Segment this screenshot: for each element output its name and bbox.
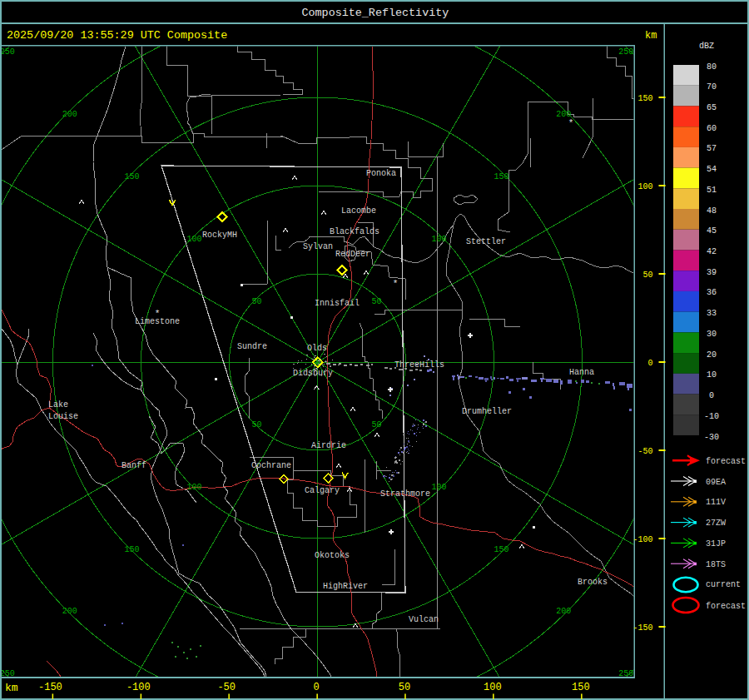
svg-text:70: 70 bbox=[707, 82, 717, 92]
svg-text:Banff: Banff bbox=[122, 461, 146, 470]
svg-text:150: 150 bbox=[572, 682, 590, 693]
svg-text:Louise: Louise bbox=[48, 412, 78, 421]
svg-text:forecast: forecast bbox=[706, 602, 746, 611]
svg-text:km: km bbox=[5, 682, 18, 694]
svg-text:0: 0 bbox=[313, 682, 319, 693]
svg-text:48: 48 bbox=[707, 206, 717, 216]
svg-text:80: 80 bbox=[707, 62, 717, 72]
svg-text:Vulcan: Vulcan bbox=[409, 615, 439, 624]
svg-text:30: 30 bbox=[707, 330, 717, 339]
svg-text:100: 100 bbox=[431, 235, 446, 244]
svg-text:50: 50 bbox=[251, 297, 261, 306]
svg-text:Calgary: Calgary bbox=[305, 486, 340, 495]
svg-text:10: 10 bbox=[707, 370, 717, 380]
svg-text:dBZ: dBZ bbox=[699, 42, 714, 51]
svg-text:200: 200 bbox=[62, 110, 77, 119]
svg-text:Sundre: Sundre bbox=[237, 342, 267, 351]
svg-text:Cochrane: Cochrane bbox=[251, 461, 291, 470]
svg-text:33: 33 bbox=[707, 309, 717, 318]
svg-text:-30: -30 bbox=[704, 433, 719, 442]
svg-text:57: 57 bbox=[707, 144, 717, 153]
svg-text:45: 45 bbox=[707, 226, 717, 236]
svg-text:0: 0 bbox=[709, 391, 714, 400]
svg-text:Drumheller: Drumheller bbox=[462, 407, 512, 416]
svg-text:RockyMH: RockyMH bbox=[202, 231, 237, 240]
svg-text:09EA: 09EA bbox=[706, 478, 726, 487]
svg-text:current: current bbox=[706, 580, 741, 589]
svg-text:150: 150 bbox=[637, 94, 652, 103]
svg-text:2025/09/20 13:55:29 UTC Compos: 2025/09/20 13:55:29 UTC Composite bbox=[7, 29, 227, 42]
svg-text:50: 50 bbox=[251, 420, 261, 429]
svg-text:-100: -100 bbox=[632, 535, 652, 544]
svg-text:*: * bbox=[393, 279, 399, 289]
svg-text:250: 250 bbox=[618, 47, 633, 57]
svg-text:Composite_Reflectivity: Composite_Reflectivity bbox=[302, 7, 449, 19]
svg-text:-50: -50 bbox=[637, 447, 652, 456]
svg-text:18TS: 18TS bbox=[706, 560, 726, 569]
svg-text:200: 200 bbox=[556, 607, 571, 616]
svg-text:Hanna: Hanna bbox=[569, 368, 594, 377]
svg-text:km: km bbox=[645, 30, 657, 42]
svg-text:Innisfail: Innisfail bbox=[315, 299, 360, 308]
svg-text:-150: -150 bbox=[632, 623, 652, 633]
svg-text:0: 0 bbox=[647, 359, 652, 368]
svg-text:100: 100 bbox=[484, 682, 502, 693]
svg-text:-50: -50 bbox=[217, 682, 236, 693]
svg-text:39: 39 bbox=[707, 268, 717, 277]
svg-text:54: 54 bbox=[707, 165, 717, 174]
svg-text:100: 100 bbox=[431, 483, 446, 492]
svg-text:51: 51 bbox=[707, 186, 717, 195]
svg-text:Ponoka: Ponoka bbox=[366, 169, 396, 178]
svg-text:150: 150 bbox=[125, 545, 140, 554]
svg-text:ThreeHills: ThreeHills bbox=[394, 360, 444, 370]
svg-text:50: 50 bbox=[399, 682, 410, 693]
svg-text:HighRiver: HighRiver bbox=[323, 582, 368, 591]
svg-text:Lake: Lake bbox=[48, 400, 68, 410]
svg-text:Brooks: Brooks bbox=[578, 578, 608, 587]
svg-text:111V: 111V bbox=[706, 498, 726, 507]
svg-text:36: 36 bbox=[707, 288, 717, 297]
svg-text:Airdrie: Airdrie bbox=[311, 441, 346, 450]
svg-text:42: 42 bbox=[707, 247, 717, 256]
svg-text:Didsbury: Didsbury bbox=[293, 369, 333, 378]
svg-text:100: 100 bbox=[187, 483, 202, 492]
svg-text:-150: -150 bbox=[38, 682, 62, 693]
svg-text:-100: -100 bbox=[126, 682, 151, 693]
svg-text:Blackfalds: Blackfalds bbox=[330, 227, 379, 236]
svg-text:Okotoks: Okotoks bbox=[315, 551, 350, 560]
svg-text:150: 150 bbox=[125, 172, 140, 181]
svg-text:150: 150 bbox=[494, 545, 508, 554]
svg-text:20: 20 bbox=[707, 350, 717, 360]
svg-text:Strathmore: Strathmore bbox=[380, 489, 430, 499]
svg-text:100: 100 bbox=[187, 235, 202, 244]
svg-text:200: 200 bbox=[62, 607, 77, 616]
svg-text:50: 50 bbox=[371, 297, 381, 306]
svg-text:50: 50 bbox=[371, 420, 381, 429]
svg-text:50: 50 bbox=[642, 271, 652, 280]
svg-text:31JP: 31JP bbox=[706, 539, 726, 549]
svg-text:Sylvan: Sylvan bbox=[303, 242, 333, 251]
svg-text:Lacombe: Lacombe bbox=[341, 206, 376, 216]
svg-text:-10: -10 bbox=[704, 412, 719, 421]
svg-text:*: * bbox=[155, 309, 161, 319]
svg-text:*: * bbox=[568, 118, 574, 128]
svg-text:100: 100 bbox=[637, 182, 652, 191]
svg-text:forecast: forecast bbox=[706, 457, 746, 466]
svg-text:Olds: Olds bbox=[307, 344, 327, 353]
svg-text:250: 250 bbox=[0, 47, 15, 57]
svg-text:150: 150 bbox=[494, 172, 508, 181]
svg-text:27ZW: 27ZW bbox=[706, 519, 726, 528]
svg-text:60: 60 bbox=[707, 124, 717, 133]
svg-text:65: 65 bbox=[707, 103, 717, 112]
svg-text:RedDeer: RedDeer bbox=[335, 250, 370, 259]
svg-text:Stettler: Stettler bbox=[466, 237, 506, 246]
